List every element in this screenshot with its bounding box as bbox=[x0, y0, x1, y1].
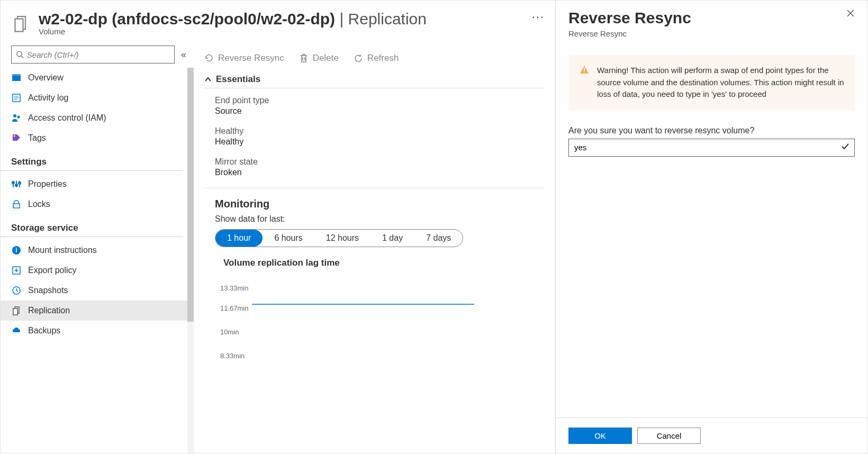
sidebar-item-label: Access control (IAM) bbox=[28, 113, 106, 123]
svg-point-0 bbox=[17, 51, 22, 56]
toolbar-label: Reverse Resync bbox=[218, 53, 284, 63]
sidebar-item-export[interactable]: Export policy bbox=[1, 260, 194, 280]
sidebar-item-snapshots[interactable]: Snapshots bbox=[1, 280, 194, 301]
sidebar-item-label: Export policy bbox=[28, 266, 77, 275]
field-label: Healthy bbox=[215, 126, 534, 136]
sidebar-item-replication[interactable]: Replication bbox=[1, 301, 194, 321]
backups-icon bbox=[11, 325, 22, 336]
svg-point-9 bbox=[17, 116, 20, 119]
reverse-resync-dialog: Reverse Resync Reverse Resync ! Warning!… bbox=[555, 1, 867, 453]
reverse-resync-icon bbox=[204, 53, 214, 63]
pill-12hours[interactable]: 12 hours bbox=[314, 230, 370, 247]
field-healthy: Healthy Healthy bbox=[215, 126, 534, 147]
chart-container: Volume replication lag time 13.33min 11.… bbox=[215, 258, 534, 369]
section-settings: Settings bbox=[1, 148, 183, 171]
toolbar: Reverse Resync Delete Refresh bbox=[194, 46, 555, 71]
field-label: End point type bbox=[215, 96, 534, 105]
sidebar-item-label: Backups bbox=[28, 326, 60, 335]
essentials-label: Essentials bbox=[216, 74, 260, 85]
confirm-input[interactable] bbox=[568, 139, 855, 157]
pill-6hours[interactable]: 6 hours bbox=[263, 230, 314, 247]
sidebar-item-tags[interactable]: Tags bbox=[1, 128, 194, 148]
sidebar-item-locks[interactable]: Locks bbox=[1, 194, 194, 214]
ytick: 10min bbox=[220, 328, 239, 336]
time-range-pills: 1 hour 6 hours 12 hours 1 day 7 days bbox=[215, 229, 463, 247]
sidebar-item-label: Replication bbox=[28, 306, 70, 315]
chart-line bbox=[252, 304, 474, 305]
refresh-icon bbox=[354, 53, 363, 63]
dialog-close-button[interactable] bbox=[846, 9, 855, 27]
svg-text:i: i bbox=[15, 247, 17, 254]
sidebar-scrollbar[interactable] bbox=[187, 68, 194, 453]
lock-icon bbox=[11, 199, 22, 210]
sidebar-item-label: Properties bbox=[28, 179, 67, 189]
page-title: w2-02-dp (anfdocs-sc2/pool0/w2-02-dp) | … bbox=[39, 10, 532, 28]
pill-1hour[interactable]: 1 hour bbox=[215, 230, 263, 247]
pill-7days[interactable]: 7 days bbox=[414, 230, 463, 247]
search-icon bbox=[16, 50, 24, 59]
sidebar-item-activity-log[interactable]: Activity log bbox=[1, 88, 194, 108]
sidebar-item-overview[interactable]: Overview bbox=[1, 68, 194, 88]
field-value: Source bbox=[215, 106, 534, 116]
iam-icon bbox=[11, 113, 22, 123]
svg-point-16 bbox=[19, 182, 21, 184]
warning-text: Warning! This action will perform a swap… bbox=[597, 65, 844, 101]
svg-point-14 bbox=[12, 181, 14, 184]
more-actions-button[interactable]: ··· bbox=[532, 10, 550, 24]
search-input-container[interactable] bbox=[11, 46, 175, 63]
sidebar-item-label: Locks bbox=[28, 199, 50, 209]
cancel-button[interactable]: Cancel bbox=[637, 428, 701, 444]
volume-icon bbox=[11, 13, 30, 34]
dialog-subtitle: Reverse Resync bbox=[556, 27, 867, 55]
ok-button[interactable]: OK bbox=[568, 428, 632, 444]
sidebar-item-label: Snapshots bbox=[28, 286, 68, 295]
svg-point-15 bbox=[15, 184, 17, 186]
export-policy-icon bbox=[11, 265, 22, 276]
activity-log-icon bbox=[11, 93, 22, 103]
svg-point-8 bbox=[13, 114, 16, 117]
info-icon: i bbox=[11, 245, 22, 256]
delete-icon bbox=[299, 53, 309, 63]
sidebar-item-properties[interactable]: Properties bbox=[1, 174, 194, 194]
tags-icon bbox=[11, 133, 22, 143]
collapse-sidebar-button[interactable]: « bbox=[179, 47, 188, 62]
svg-line-1 bbox=[21, 56, 23, 58]
svg-rect-17 bbox=[13, 204, 20, 208]
field-value: Healthy bbox=[215, 137, 534, 147]
section-storage: Storage service bbox=[1, 214, 183, 237]
sidebar-item-label: Overview bbox=[28, 73, 64, 83]
sidebar-item-label: Mount instructions bbox=[28, 246, 97, 255]
chart-title: Volume replication lag time bbox=[223, 258, 534, 268]
ytick: 11.67min bbox=[220, 304, 248, 312]
toolbar-label: Delete bbox=[313, 53, 339, 63]
replication-icon bbox=[11, 305, 22, 316]
sidebar-item-label: Tags bbox=[28, 133, 46, 143]
refresh-button[interactable]: Refresh bbox=[354, 53, 399, 63]
svg-rect-2 bbox=[12, 76, 21, 81]
warning-icon: ! bbox=[579, 65, 590, 101]
svg-rect-3 bbox=[12, 74, 21, 76]
essentials-toggle[interactable]: Essentials bbox=[204, 71, 545, 88]
page-subtitle: Volume bbox=[39, 27, 532, 36]
field-value: Broken bbox=[215, 168, 534, 177]
warning-box: ! Warning! This action will perform a sw… bbox=[568, 55, 855, 110]
dialog-title: Reverse Resync bbox=[568, 9, 691, 27]
check-icon bbox=[841, 142, 849, 153]
field-label: Mirror state bbox=[215, 157, 534, 167]
search-input[interactable] bbox=[27, 50, 170, 59]
sidebar: Overview Activity log Access control (IA… bbox=[1, 68, 194, 341]
pill-1day[interactable]: 1 day bbox=[370, 230, 414, 247]
field-mirror-state: Mirror state Broken bbox=[215, 157, 534, 177]
overview-icon bbox=[11, 72, 22, 83]
confirm-label: Are you sure you want to reverse resync … bbox=[556, 126, 867, 139]
reverse-resync-button[interactable]: Reverse Resync bbox=[204, 53, 284, 63]
sidebar-item-mount[interactable]: i Mount instructions bbox=[1, 240, 194, 260]
sidebar-item-iam[interactable]: Access control (IAM) bbox=[1, 108, 194, 128]
chevron-up-icon bbox=[204, 76, 212, 83]
snapshots-icon bbox=[11, 285, 22, 296]
sidebar-item-label: Activity log bbox=[28, 93, 68, 103]
sidebar-item-backups[interactable]: Backups bbox=[1, 321, 194, 341]
monitoring-show-label: Show data for last: bbox=[194, 214, 555, 229]
properties-icon bbox=[11, 179, 22, 189]
delete-button[interactable]: Delete bbox=[299, 53, 339, 63]
